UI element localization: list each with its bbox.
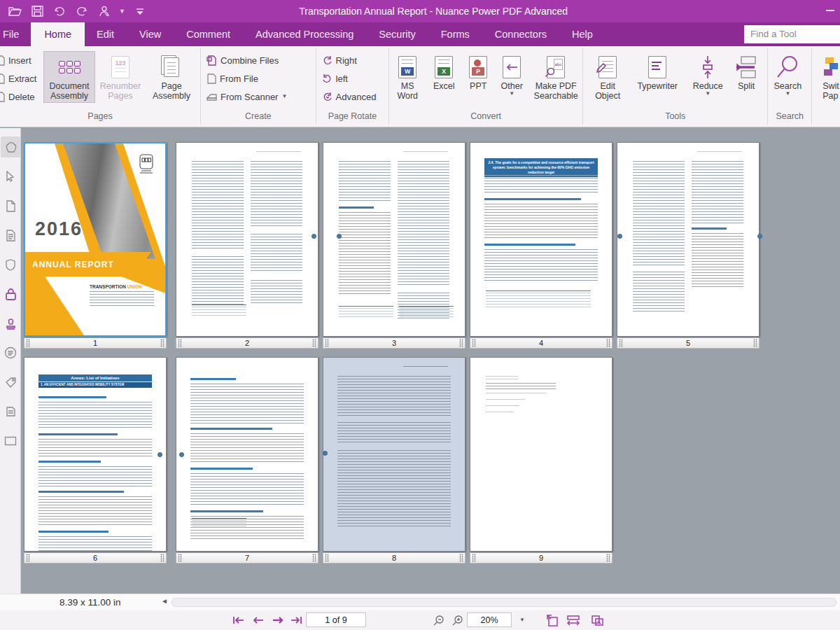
page-thumbnail-7[interactable]: [176, 357, 318, 552]
horizontal-scrollbar[interactable]: [172, 598, 836, 607]
drag-grip-icon[interactable]: [178, 339, 182, 347]
drag-grip-icon[interactable]: [178, 554, 182, 562]
page-thumbnail-2[interactable]: [176, 142, 318, 337]
delete-pages-button[interactable]: Delete: [0, 89, 43, 104]
bookmarks-icon[interactable]: [1, 225, 20, 246]
open-icon[interactable]: [7, 4, 22, 19]
search-button[interactable]: Search ▼: [768, 51, 807, 99]
comments-icon[interactable]: [1, 342, 20, 363]
annotation-dot[interactable]: [337, 234, 342, 239]
tab-view[interactable]: View: [126, 22, 174, 46]
convert-ms-word-button[interactable]: W MS Word: [389, 51, 426, 103]
page-assembly-button[interactable]: Page Assembly: [146, 51, 197, 103]
drag-grip-icon[interactable]: [606, 554, 610, 562]
convert-excel-button[interactable]: X Excel: [426, 51, 462, 93]
scroll-left-icon[interactable]: ◄: [161, 597, 168, 605]
page-number-bar[interactable]: 9: [470, 552, 612, 564]
insert-pages-button[interactable]: Insert: [0, 52, 43, 68]
zoom-level-input[interactable]: 20%: [467, 612, 512, 627]
renumber-pages-button[interactable]: 123 Renumber Pages: [95, 51, 146, 103]
tab-edit[interactable]: Edit: [83, 22, 127, 46]
page-cell-7[interactable]: 7: [176, 357, 320, 564]
page-thumbnail-5[interactable]: [617, 142, 760, 337]
tab-comment[interactable]: Comment: [173, 22, 244, 46]
tag-icon[interactable]: [1, 372, 20, 393]
typewriter-button[interactable]: Typewriter: [628, 51, 687, 93]
annotation-dot[interactable]: [617, 234, 622, 239]
drag-grip-icon[interactable]: [472, 339, 476, 347]
minimize-button[interactable]: [826, 10, 834, 11]
clipped-button[interactable]: Swit Pap: [819, 51, 840, 103]
reduce-button[interactable]: Reduce ▼: [687, 51, 729, 99]
badge-icon[interactable]: [1, 254, 20, 275]
page-thumbnail-4[interactable]: 2.4. The goals for a competitive and res…: [470, 142, 612, 337]
annotation-dot[interactable]: [757, 234, 762, 239]
extract-pages-button[interactable]: Extract: [0, 71, 43, 86]
drag-grip-icon[interactable]: [472, 554, 476, 562]
rotate-advanced-button[interactable]: Advanced: [322, 89, 377, 104]
page-thumbnails-icon[interactable]: [1, 195, 20, 216]
page-number-bar[interactable]: 2: [176, 337, 318, 349]
undo-icon[interactable]: [52, 4, 67, 19]
drag-grip-icon[interactable]: [606, 339, 610, 347]
page-cell-3[interactable]: 3: [323, 142, 467, 349]
redo-icon[interactable]: [74, 4, 90, 19]
zoom-out-icon[interactable]: [430, 613, 446, 627]
drag-grip-icon[interactable]: [160, 554, 164, 562]
drag-grip-icon[interactable]: [753, 339, 757, 347]
tab-forms[interactable]: Forms: [428, 22, 483, 46]
page-cell-5[interactable]: 5: [617, 142, 761, 349]
pan-tool-icon[interactable]: [1, 136, 20, 158]
tab-security[interactable]: Security: [365, 22, 428, 46]
page-number-bar[interactable]: 8: [323, 552, 465, 564]
fit-page-icon[interactable]: [545, 613, 560, 627]
drag-grip-icon[interactable]: [160, 339, 164, 347]
rotate-right-button[interactable]: Right: [322, 52, 377, 68]
page-thumbnail-8-selected[interactable]: [323, 357, 465, 552]
zoom-in-icon[interactable]: [449, 613, 465, 627]
destinations-icon[interactable]: [1, 430, 20, 451]
convert-other-button[interactable]: Other ▼: [494, 51, 529, 99]
previous-page-icon[interactable]: [251, 613, 266, 627]
tab-connectors[interactable]: Connectors: [482, 22, 560, 46]
rotate-left-button[interactable]: left: [322, 71, 377, 86]
page-thumbnail-9[interactable]: [470, 357, 612, 552]
drag-grip-icon[interactable]: [312, 554, 316, 562]
drag-grip-icon[interactable]: [619, 339, 623, 347]
user-signature-icon[interactable]: [97, 4, 112, 19]
drag-grip-icon[interactable]: [459, 554, 463, 562]
page-cell-8[interactable]: 8: [323, 357, 467, 564]
drag-grip-icon[interactable]: [325, 554, 329, 562]
save-icon[interactable]: [29, 4, 45, 19]
tab-advanced-processing[interactable]: Advanced Processing: [242, 22, 367, 46]
drag-grip-icon[interactable]: [312, 339, 316, 347]
drag-grip-icon[interactable]: [459, 339, 463, 347]
tab-help[interactable]: Help: [559, 22, 606, 46]
fit-visible-icon[interactable]: [589, 613, 605, 627]
convert-ppt-button[interactable]: P PPT: [462, 51, 494, 93]
attachments-icon[interactable]: [1, 401, 20, 422]
page-cell-2[interactable]: 2: [176, 142, 320, 349]
annotation-dot[interactable]: [179, 452, 184, 457]
from-scanner-button[interactable]: From Scanner ▼: [206, 89, 287, 104]
edit-object-button[interactable]: Edit Object: [587, 51, 628, 103]
make-pdf-searchable-button[interactable]: abc Make PDF Searchable: [529, 51, 582, 103]
page-cell-1[interactable]: 2016 ANNUAL REPORT TRANSPORTION UNION 1: [24, 142, 168, 349]
select-tool-icon[interactable]: [1, 166, 20, 187]
page-thumbnail-1[interactable]: 2016 ANNUAL REPORT TRANSPORTION UNION: [24, 142, 167, 337]
zoom-dropdown-icon[interactable]: ▼: [519, 617, 525, 623]
next-page-icon[interactable]: [270, 613, 286, 627]
security-lock-icon[interactable]: [1, 284, 20, 304]
tab-home[interactable]: Home: [31, 22, 85, 46]
stamp-icon[interactable]: [1, 313, 20, 334]
page-thumbnail-3[interactable]: [323, 142, 465, 337]
from-file-button[interactable]: From File: [206, 71, 287, 86]
document-assembly-button[interactable]: Document Assembly: [43, 51, 95, 103]
annotation-dot[interactable]: [312, 234, 316, 239]
fit-width-icon[interactable]: [566, 613, 581, 627]
find-a-tool-input[interactable]: Find a Tool: [744, 25, 840, 43]
last-page-icon[interactable]: [288, 613, 304, 627]
page-number-bar[interactable]: 7: [176, 552, 318, 564]
user-dropdown-icon[interactable]: ▼: [119, 8, 125, 15]
drag-grip-icon[interactable]: [26, 339, 30, 347]
